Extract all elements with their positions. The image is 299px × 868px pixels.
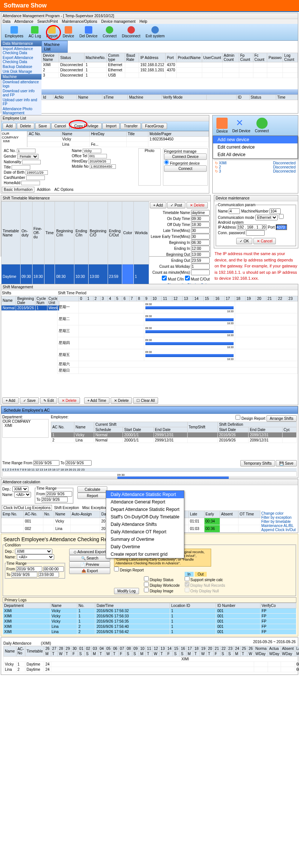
dm-pass[interactable] (246, 230, 265, 236)
dm-cmode[interactable]: Ethernet (255, 215, 278, 220)
side-import[interactable]: Import Attendance Checking Data (1, 46, 41, 55)
rpt-shifts[interactable]: Daily Attendance Shifts (106, 521, 184, 528)
f-onduty[interactable] (191, 216, 210, 221)
side-filterexc[interactable]: Filter by exception (261, 515, 297, 520)
connect-btn[interactable]: Connect (164, 165, 207, 172)
s-from[interactable] (16, 566, 42, 572)
card-input[interactable] (26, 176, 45, 180)
disp-img[interactable]: Display Image (144, 589, 173, 593)
dm-name[interactable] (229, 208, 240, 214)
emp-facegroup[interactable]: FaceGroup (142, 123, 167, 129)
dm-ip[interactable] (237, 224, 267, 230)
nat-input[interactable] (22, 160, 41, 164)
rpt-gen[interactable]: Attendance General Report (106, 498, 184, 506)
sched-from[interactable] (33, 460, 59, 466)
sched-save-btn[interactable]: 💾 Save (276, 460, 297, 466)
adv-export-btn[interactable]: ◇ Advanced Export (69, 549, 110, 555)
tab-basic[interactable]: Basic Information (2, 187, 34, 192)
simple-chk[interactable]: Support simple calc (185, 578, 223, 582)
arrange-btn[interactable]: Arrange Shifts (266, 415, 297, 422)
birth-input[interactable] (25, 170, 48, 175)
f-late[interactable] (191, 228, 210, 233)
s-name[interactable]: <All> (17, 554, 54, 560)
side-color[interactable]: Change color (261, 511, 297, 515)
rpt-ot[interactable]: Daily Attendance OT Report (106, 528, 184, 536)
emp-add[interactable]: Add (3, 123, 16, 129)
mobile-input[interactable] (90, 164, 116, 169)
big-device[interactable]: Device (214, 117, 230, 134)
side-export[interactable]: Export Attendance Checking Data (1, 55, 41, 64)
rpt-daily[interactable]: Daily Attendance Statistic Report (106, 491, 184, 498)
search-grid[interactable]: DepartmentNameNo.Date/TimeLocation IDID … (3, 603, 296, 635)
sm-deltime[interactable]: ✕ Delete (111, 397, 132, 404)
menubar[interactable]: Data Attendance Search/Print Maintenance… (1, 19, 298, 24)
f-howmany[interactable] (191, 270, 210, 275)
menu-add-device[interactable]: Add new device (213, 136, 298, 143)
menu-help[interactable]: Help (139, 19, 147, 24)
disp-work[interactable]: Display Workcode (144, 583, 180, 588)
rpt-dot[interactable]: Daily Overtime (106, 543, 184, 551)
emp-del[interactable]: Delete (17, 123, 34, 129)
tt-grid[interactable]: Timetable NameOn-dutyFine-Off-duTimeBegi… (1, 201, 149, 289)
side-dluser[interactable]: Download user info and FP (1, 89, 41, 97)
period-grid[interactable]: 01234567891011121314151617181920212223 星… (57, 296, 298, 374)
hired-input[interactable] (88, 159, 111, 164)
chk-mustout[interactable]: Must C/Out (185, 277, 210, 281)
disp-status[interactable]: Display Status (144, 578, 174, 582)
emp-import[interactable]: Import (102, 123, 120, 129)
rpt-depart[interactable]: Depart Attendance Statistic Report (106, 506, 184, 513)
f-endout[interactable] (191, 258, 210, 263)
big-deldevice[interactable]: ✕Del Device (230, 117, 253, 134)
calc-dep[interactable]: XIMI (12, 486, 28, 492)
name-input[interactable] (83, 149, 101, 153)
calc-name[interactable]: <All> (14, 492, 31, 497)
acno-input[interactable] (17, 149, 36, 153)
menu-device[interactable]: Device management (101, 19, 136, 24)
detail-splitter[interactable] (41, 89, 298, 94)
emp-grid[interactable]: AC No.NameHireDayTitleMobile/Pager Vicky… (27, 131, 209, 147)
gender-select[interactable]: Female (17, 154, 38, 159)
connect-device-btn[interactable]: Connect Device (164, 154, 207, 160)
s-dep[interactable]: XIMI (15, 549, 52, 554)
tb-disconnect[interactable]: Disconnect (120, 25, 142, 39)
fp-radio[interactable]: Fingerprint device (164, 161, 200, 165)
detail-grid[interactable]: IdAcNoNamesTimeMachineVerify ModeIDStatu… (41, 94, 298, 100)
dm-ok[interactable]: ✓ OK (236, 238, 252, 244)
emp-cancel[interactable]: Cancel (51, 123, 70, 129)
side-dlatt[interactable]: Download attendance logs (1, 80, 41, 89)
menu-maint[interactable]: Maintenance/Options (62, 19, 98, 24)
menu-search[interactable]: Search/Print (37, 19, 58, 24)
menu-data[interactable]: Data (3, 19, 10, 24)
tb-aclog[interactable]: AC Log (26, 25, 43, 39)
design-chk[interactable]: Design Report (235, 416, 265, 421)
side-backup[interactable]: Backup Database (1, 64, 41, 69)
menu-edit-device[interactable]: Edit current device (213, 143, 298, 151)
chk-mustin[interactable]: Must C/In (162, 277, 184, 281)
sm-add[interactable]: + Add (2, 397, 19, 404)
tab-add[interactable]: Addition (36, 187, 52, 192)
search-btn[interactable]: 🔍 Search (69, 555, 110, 561)
tt-delete[interactable]: ✕ Delete (187, 202, 208, 208)
side-maint[interactable]: Maintenance AL/BL (261, 524, 297, 528)
tt-add[interactable]: + Add (150, 202, 166, 208)
f-beginin[interactable] (191, 240, 210, 245)
sched-to[interactable] (65, 460, 92, 466)
sm-delete[interactable]: ✕ Delete (58, 397, 80, 404)
null-chk[interactable]: Display Null Records (185, 583, 225, 588)
side-uluser[interactable]: Upload user info and FP (1, 97, 41, 106)
preview-btn[interactable]: 📄 Preview (69, 561, 110, 568)
emp-save[interactable]: Save (35, 123, 50, 129)
f-endin[interactable] (191, 246, 210, 251)
menu-attendance[interactable]: Attendance (14, 19, 33, 24)
calc-from[interactable] (46, 491, 72, 497)
primary-tab[interactable]: Primary Logs (3, 597, 296, 603)
export-btn[interactable]: 📤 Export (69, 568, 110, 574)
onlynull-chk[interactable]: Only Display Null (185, 589, 219, 593)
machine-grid[interactable]: Device NameStatusMachineNo.Comm typeBaud… (41, 53, 298, 78)
design-chk2[interactable]: Design Report (114, 568, 144, 572)
s-to[interactable] (11, 572, 37, 577)
side-udisk[interactable]: Unk Disk Manage (1, 69, 41, 74)
emp-transfer[interactable]: Transfer (120, 123, 141, 129)
side-filtertt[interactable]: Filter by timetable (261, 520, 297, 524)
title-input[interactable] (12, 165, 30, 170)
